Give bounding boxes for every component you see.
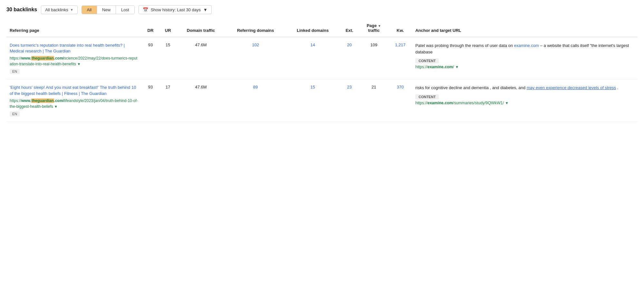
calendar-icon: 📅 xyxy=(143,7,148,12)
all-backlinks-label: All backlinks xyxy=(45,7,68,12)
table-row: Does turmeric's reputation translate int… xyxy=(6,37,638,79)
content-badge-row2: CONTENT xyxy=(415,94,439,99)
anchor-domain-row1: examine.com xyxy=(428,65,453,69)
url-tld-row1: .com/ xyxy=(54,56,64,60)
col-ur: UR xyxy=(159,21,177,37)
url-tld-row2: .com/ xyxy=(54,98,64,103)
ext-row1[interactable]: 20 xyxy=(340,37,359,79)
referring-domains-row2[interactable]: 89 xyxy=(225,79,286,122)
table-header: Referring page DR UR Domain traffic Refe… xyxy=(6,21,638,37)
dropdown-arrow-icon: ▼ xyxy=(70,8,73,12)
referring-domains-row1[interactable]: 102 xyxy=(225,37,286,79)
linked-domains-row1[interactable]: 14 xyxy=(286,37,339,79)
ext-row2[interactable]: 23 xyxy=(340,79,359,122)
referring-page-cell-row2: 'Eight hours' sleep! And you must eat br… xyxy=(6,79,142,122)
col-page-traffic[interactable]: Page ▼ traffic xyxy=(359,21,388,37)
col-dr: DR xyxy=(142,21,159,37)
col-linked-domains: Linked domains xyxy=(286,21,339,37)
anchor-cell-row2: risks for cognitive decline and dementia… xyxy=(412,79,638,122)
page-title-row1[interactable]: Does turmeric's reputation translate int… xyxy=(10,42,139,54)
anchor-link-row2[interactable]: may even experience decreased levels of … xyxy=(527,85,616,90)
dr-row2: 93 xyxy=(142,79,159,122)
url-domain-highlight-row2: theguardian xyxy=(31,98,54,103)
anchor-before-row1: Patel was probing through the reams of u… xyxy=(415,43,514,48)
anchor-url-arrow-row1[interactable]: ▼ xyxy=(455,65,459,69)
content-badge-row1: CONTENT xyxy=(415,58,439,63)
page-traffic-row1: 109 xyxy=(359,37,388,79)
col-referring-page: Referring page xyxy=(6,21,142,37)
history-label: Show history: Last 30 days xyxy=(151,7,201,12)
filter-tabs: All New Lost xyxy=(82,5,135,14)
anchor-before-row2: risks for cognitive decline and dementia… xyxy=(415,85,526,90)
page-traffic-row2: 21 xyxy=(359,79,388,122)
kw-row1[interactable]: 1,217 xyxy=(389,37,412,79)
url-expand-arrow-row2[interactable]: ▼ xyxy=(54,105,58,108)
all-backlinks-dropdown[interactable]: All backlinks ▼ xyxy=(41,5,77,14)
col-ext: Ext. xyxy=(340,21,359,37)
url-domain-highlight-row1: theguardian xyxy=(31,56,54,60)
domain-traffic-row1: 47.6M xyxy=(177,37,225,79)
anchor-link-row1[interactable]: examine.com xyxy=(514,43,539,48)
anchor-text-row1: Patel was probing through the reams of u… xyxy=(415,42,634,55)
dr-row1: 93 xyxy=(142,37,159,79)
col-anchor-url: Anchor and target URL xyxy=(412,21,638,37)
col-domain-traffic: Domain traffic xyxy=(177,21,225,37)
anchor-domain-row2: examine.com xyxy=(428,101,453,105)
page-url-row1[interactable]: https://www.theguardian.com/science/2022… xyxy=(10,55,139,67)
show-history-button[interactable]: 📅 Show history: Last 30 days ▼ xyxy=(139,5,212,14)
backlinks-count: 30 backlinks xyxy=(6,7,37,13)
page-url-row2[interactable]: https://www.theguardian.com/lifeandstyle… xyxy=(10,98,139,109)
domain-traffic-row2: 47.6M xyxy=(177,79,225,122)
header-bar: 30 backlinks All backlinks ▼ All New Los… xyxy=(6,5,638,14)
anchor-after-row2: . xyxy=(616,85,618,90)
ur-row2: 17 xyxy=(159,79,177,122)
url-domain-plain-row1: www. xyxy=(21,56,31,60)
lang-badge-row2: EN xyxy=(10,111,20,116)
col-kw: Kw. xyxy=(389,21,412,37)
tab-new[interactable]: New xyxy=(97,6,116,14)
history-dropdown-arrow-icon: ▼ xyxy=(203,7,207,12)
backlinks-table: Referring page DR UR Domain traffic Refe… xyxy=(6,21,638,122)
anchor-url-row2[interactable]: https://examine.com/summaries/study/9QWk… xyxy=(415,101,634,105)
anchor-url-arrow-row2[interactable]: ▼ xyxy=(505,101,509,105)
anchor-text-row2: risks for cognitive decline and dementia… xyxy=(415,85,634,91)
url-domain-plain-row2: www. xyxy=(21,98,31,103)
tab-all[interactable]: All xyxy=(82,6,97,14)
referring-page-cell: Does turmeric's reputation translate int… xyxy=(6,37,142,79)
anchor-cell-row1: Patel was probing through the reams of u… xyxy=(412,37,638,79)
anchor-url-row1[interactable]: https://examine.com/ ▼ xyxy=(415,65,634,69)
ur-row1: 15 xyxy=(159,37,177,79)
backlinks-table-container: Referring page DR UR Domain traffic Refe… xyxy=(6,21,638,122)
col-referring-domains: Referring domains xyxy=(225,21,286,37)
table-row: 'Eight hours' sleep! And you must eat br… xyxy=(6,79,638,122)
page-title-row2[interactable]: 'Eight hours' sleep! And you must eat br… xyxy=(10,85,139,96)
lang-badge-row1: EN xyxy=(10,69,20,74)
tab-lost[interactable]: Lost xyxy=(116,6,134,14)
url-expand-arrow-row1[interactable]: ▼ xyxy=(77,62,81,66)
table-body: Does turmeric's reputation translate int… xyxy=(6,37,638,122)
kw-row2[interactable]: 370 xyxy=(389,79,412,122)
linked-domains-row2[interactable]: 15 xyxy=(286,79,339,122)
